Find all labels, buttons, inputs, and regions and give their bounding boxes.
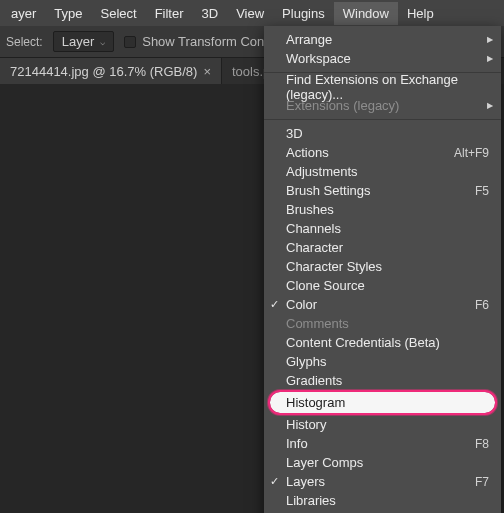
menubar-item-plugins[interactable]: Plugins — [273, 2, 334, 25]
menu-item-extensions-legacy: Extensions (legacy)▶ — [264, 96, 501, 115]
menu-item-label: Adjustments — [286, 164, 358, 179]
menu-item-brush-settings[interactable]: Brush SettingsF5 — [264, 181, 501, 200]
menu-item-arrange[interactable]: Arrange▶ — [264, 30, 501, 49]
menu-separator — [264, 119, 501, 120]
check-icon: ✓ — [270, 298, 279, 311]
menu-item-3d[interactable]: 3D — [264, 124, 501, 143]
menu-item-comments: Comments — [264, 314, 501, 333]
menu-item-workspace[interactable]: Workspace▶ — [264, 49, 501, 68]
select-layer-dropdown[interactable]: Layer ⌵ — [53, 31, 115, 52]
menubar-item-ayer[interactable]: ayer — [2, 2, 45, 25]
menubar-item-3d[interactable]: 3D — [193, 2, 228, 25]
menu-item-actions[interactable]: ActionsAlt+F9 — [264, 143, 501, 162]
menu-item-label: Brushes — [286, 202, 334, 217]
check-icon: ✓ — [270, 475, 279, 488]
menu-item-layers[interactable]: ✓LayersF7 — [264, 472, 501, 491]
menu-item-label: 3D — [286, 126, 303, 141]
submenu-arrow-icon: ▶ — [487, 54, 493, 63]
menubar-item-view[interactable]: View — [227, 2, 273, 25]
menu-item-label: Color — [286, 297, 317, 312]
menu-item-shortcut: F8 — [475, 437, 489, 451]
menu-item-shortcut: F5 — [475, 184, 489, 198]
menu-item-label: Gradients — [286, 373, 342, 388]
submenu-arrow-icon: ▶ — [487, 101, 493, 110]
menu-item-channels[interactable]: Channels — [264, 219, 501, 238]
menu-item-label: Channels — [286, 221, 341, 236]
chevron-down-icon: ⌵ — [100, 37, 105, 47]
menu-item-label: Character — [286, 240, 343, 255]
menu-item-content-credentials-beta[interactable]: Content Credentials (Beta) — [264, 333, 501, 352]
menubar-item-select[interactable]: Select — [91, 2, 145, 25]
checkbox-icon — [124, 36, 136, 48]
menu-item-brushes[interactable]: Brushes — [264, 200, 501, 219]
menu-item-shortcut: Alt+F9 — [454, 146, 489, 160]
menu-item-layer-comps[interactable]: Layer Comps — [264, 453, 501, 472]
tab-label: 72144414.jpg @ 16.7% (RGB/8) — [10, 64, 197, 79]
menu-item-label: Content Credentials (Beta) — [286, 335, 440, 350]
menu-item-label: Info — [286, 436, 308, 451]
submenu-arrow-icon: ▶ — [487, 35, 493, 44]
close-icon[interactable]: × — [203, 65, 211, 78]
menu-item-character-styles[interactable]: Character Styles — [264, 257, 501, 276]
menu-item-info[interactable]: InfoF8 — [264, 434, 501, 453]
window-menu-dropdown: Arrange▶Workspace▶Find Extensions on Exc… — [264, 26, 501, 513]
menubar-item-window[interactable]: Window — [334, 2, 398, 25]
menu-item-glyphs[interactable]: Glyphs — [264, 352, 501, 371]
menu-item-gradients[interactable]: Gradients — [264, 371, 501, 390]
menu-item-color[interactable]: ✓ColorF6 — [264, 295, 501, 314]
menu-item-shortcut: F6 — [475, 298, 489, 312]
menu-item-label: Clone Source — [286, 278, 365, 293]
menu-item-label: Glyphs — [286, 354, 326, 369]
menu-item-label: Arrange — [286, 32, 332, 47]
menu-item-label: Histogram — [286, 395, 345, 410]
select-value: Layer — [62, 34, 95, 49]
menubar: ayerTypeSelectFilter3DViewPluginsWindowH… — [0, 0, 504, 26]
menu-item-label: Actions — [286, 145, 329, 160]
menu-item-label: Brush Settings — [286, 183, 371, 198]
menubar-item-help[interactable]: Help — [398, 2, 443, 25]
menu-item-label: Character Styles — [286, 259, 382, 274]
menu-item-label: Comments — [286, 316, 349, 331]
menubar-item-type[interactable]: Type — [45, 2, 91, 25]
menu-item-character[interactable]: Character — [264, 238, 501, 257]
menu-item-histogram[interactable]: Histogram — [270, 392, 495, 413]
document-tab[interactable]: 72144414.jpg @ 16.7% (RGB/8)× — [0, 58, 222, 84]
menu-item-label: Layers — [286, 474, 325, 489]
menu-item-label: Workspace — [286, 51, 351, 66]
menu-item-libraries[interactable]: Libraries — [264, 491, 501, 510]
menu-item-label: Libraries — [286, 493, 336, 508]
menu-item-history[interactable]: History — [264, 415, 501, 434]
menu-item-label: Layer Comps — [286, 455, 363, 470]
menu-item-shortcut: F7 — [475, 475, 489, 489]
menu-item-label: Extensions (legacy) — [286, 98, 399, 113]
menu-item-find-extensions-on-exchange-legacy[interactable]: Find Extensions on Exchange (legacy)... — [264, 77, 501, 96]
select-label: Select: — [6, 35, 43, 49]
menu-item-adjustments[interactable]: Adjustments — [264, 162, 501, 181]
menu-item-clone-source[interactable]: Clone Source — [264, 276, 501, 295]
menubar-item-filter[interactable]: Filter — [146, 2, 193, 25]
menu-item-label: History — [286, 417, 326, 432]
